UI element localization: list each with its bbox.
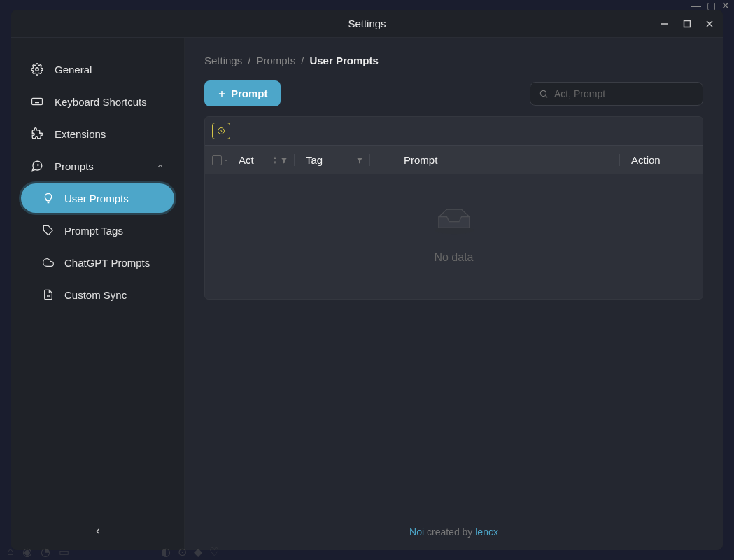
empty-box-icon xyxy=(430,202,479,240)
reload-icon xyxy=(217,127,225,135)
sidebar-item-label: Prompts xyxy=(55,160,94,172)
th-action: Action xyxy=(626,154,696,166)
bg-icon: ▭ xyxy=(59,545,69,559)
sidebar-subitem-label: Custom Sync xyxy=(64,289,127,301)
bg-icon: ◆ xyxy=(194,545,202,559)
settings-window: Settings General xyxy=(11,10,723,550)
search-icon xyxy=(539,89,549,99)
svg-point-12 xyxy=(48,295,50,298)
add-prompt-button[interactable]: Prompt xyxy=(204,80,281,106)
content-area: Settings / Prompts / User Prompts Prompt xyxy=(185,38,723,550)
outer-window-controls: — ▢ ✕ xyxy=(691,0,730,11)
sidebar-item-label: Extensions xyxy=(55,128,106,140)
table-header: Act ▲▼ Tag Prompt Action xyxy=(205,145,703,174)
th-tag-label: Tag xyxy=(306,154,323,166)
window-title: Settings xyxy=(348,18,386,29)
sidebar: General Keyboard Shortcuts Extensions xyxy=(11,38,185,550)
chevron-left-icon xyxy=(93,526,103,536)
cloud-icon xyxy=(42,256,55,269)
th-select xyxy=(212,155,233,165)
sidebar-subitem-chatgpt-prompts[interactable]: ChatGPT Prompts xyxy=(21,248,174,277)
svg-rect-1 xyxy=(684,21,691,27)
tag-icon xyxy=(42,224,55,237)
minimize-button[interactable] xyxy=(658,18,671,30)
sidebar-item-extensions[interactable]: Extensions xyxy=(17,119,178,148)
lightbulb-icon xyxy=(42,192,55,204)
svg-rect-5 xyxy=(32,99,43,105)
outer-close-icon[interactable]: ✕ xyxy=(721,0,730,11)
bg-icon: ⌂ xyxy=(7,545,14,559)
svg-point-4 xyxy=(36,68,39,71)
background-icons-2: ◐ ⊙ ◆ ♡ xyxy=(161,545,219,559)
sidebar-subitem-label: User Prompts xyxy=(64,192,129,204)
chat-icon xyxy=(31,160,43,172)
search-box[interactable] xyxy=(530,82,703,106)
bg-icon: ♡ xyxy=(209,545,219,559)
sidebar-item-keyboard-shortcuts[interactable]: Keyboard Shortcuts xyxy=(17,87,178,116)
sidebar-item-label: Keyboard Shortcuts xyxy=(55,96,147,108)
sidebar-subitem-custom-sync[interactable]: Custom Sync xyxy=(21,280,174,309)
breadcrumb-root[interactable]: Settings xyxy=(204,55,242,66)
breadcrumb-separator: / xyxy=(248,55,250,66)
sort-icon[interactable]: ▲▼ xyxy=(273,155,277,164)
puzzle-icon xyxy=(31,127,43,140)
sidebar-item-label: General xyxy=(55,64,92,76)
footer: Noi created by lencx xyxy=(204,521,703,543)
maximize-button[interactable] xyxy=(681,18,693,30)
th-action-label: Action xyxy=(631,154,661,166)
breadcrumb-separator: / xyxy=(301,55,304,66)
bg-icon: ◉ xyxy=(22,545,32,559)
bg-icon: ⊙ xyxy=(178,545,187,559)
svg-line-16 xyxy=(546,95,548,97)
sidebar-item-prompts[interactable]: Prompts xyxy=(17,151,178,181)
chevron-down-icon[interactable] xyxy=(223,158,229,163)
toolbar: Prompt xyxy=(204,80,703,106)
table-container: Act ▲▼ Tag Prompt Action xyxy=(204,116,703,300)
breadcrumb-parent[interactable]: Prompts xyxy=(256,55,295,66)
footer-text: created by xyxy=(424,526,475,538)
th-act[interactable]: Act ▲▼ xyxy=(239,154,295,166)
filter-icon[interactable] xyxy=(355,156,364,164)
search-input[interactable] xyxy=(554,88,694,99)
th-act-label: Act xyxy=(239,154,254,166)
footer-app-link[interactable]: Noi xyxy=(409,526,424,538)
footer-author-link[interactable]: lencx xyxy=(475,526,498,538)
breadcrumb: Settings / Prompts / User Prompts xyxy=(204,55,703,66)
main-container: General Keyboard Shortcuts Extensions xyxy=(11,38,723,550)
window-controls xyxy=(658,10,716,38)
th-prompt: Prompt xyxy=(376,154,620,166)
sidebar-subitem-label: Prompt Tags xyxy=(64,225,123,237)
chevron-up-icon xyxy=(156,160,164,172)
gear-icon xyxy=(31,63,43,76)
svg-point-15 xyxy=(540,90,546,96)
empty-text: No data xyxy=(434,251,473,264)
outer-maximize-icon[interactable]: ▢ xyxy=(707,0,716,11)
outer-minimize-icon[interactable]: — xyxy=(691,0,701,11)
table-toolbar xyxy=(205,117,703,145)
table-empty: No data xyxy=(205,174,703,299)
filter-icon[interactable] xyxy=(280,156,288,164)
sidebar-item-general[interactable]: General xyxy=(17,55,178,84)
sidebar-subitem-label: ChatGPT Prompts xyxy=(64,257,150,269)
plus-icon xyxy=(217,89,227,99)
bg-icon: ◔ xyxy=(41,545,50,559)
reload-button[interactable] xyxy=(212,122,230,139)
bg-icon: ◐ xyxy=(161,545,171,559)
sidebar-subitem-user-prompts[interactable]: User Prompts xyxy=(21,183,174,213)
close-button[interactable] xyxy=(703,18,716,30)
titlebar: Settings xyxy=(11,10,723,38)
add-button-label: Prompt xyxy=(231,88,268,99)
sidebar-collapse-button[interactable] xyxy=(17,519,178,543)
keyboard-icon xyxy=(31,95,43,108)
background-icons: ⌂ ◉ ◔ ▭ xyxy=(7,545,69,559)
select-all-checkbox[interactable] xyxy=(212,155,222,165)
sync-file-icon xyxy=(42,288,55,301)
th-tag[interactable]: Tag xyxy=(300,154,370,166)
th-prompt-label: Prompt xyxy=(404,154,437,166)
sidebar-subitem-prompt-tags[interactable]: Prompt Tags xyxy=(21,216,174,245)
breadcrumb-current: User Prompts xyxy=(309,55,378,66)
